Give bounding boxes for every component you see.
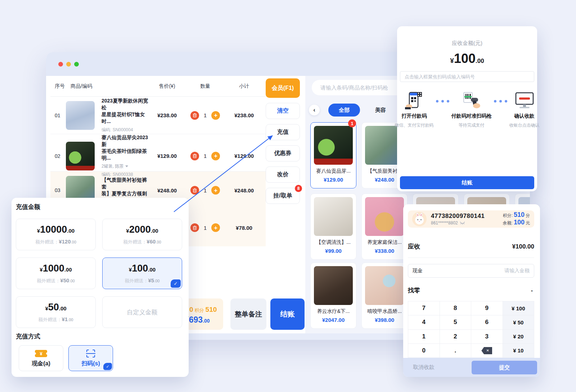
quick-cash-20[interactable]: ¥ 20 — [503, 330, 535, 344]
add-item-button[interactable]: + — [211, 152, 220, 160]
tab-beauty[interactable]: 美容 — [369, 107, 392, 114]
tab-all[interactable]: 全部 — [328, 104, 360, 117]
amount-due-label: 应收金额(元) — [397, 40, 537, 47]
coupon-button[interactable]: 优惠券 — [266, 145, 300, 161]
product-title: 啃咬甲水晶矫... — [365, 308, 404, 315]
delete-item-button[interactable] — [190, 223, 199, 232]
col-index: 序号 — [50, 83, 65, 90]
scan-code-input[interactable] — [400, 71, 534, 82]
recharge-title: 充值金额 — [16, 203, 40, 211]
recharge-option-2000[interactable]: ¥2000.00 额外赠送：¥60.00 — [102, 219, 182, 250]
hold-count-badge: 8 — [295, 185, 302, 192]
payment-steps: 打开付款码 微信、支付宝付款码 付款码对准扫码枪 等待完成支付 — [397, 90, 537, 128]
row-index: 02 — [50, 153, 65, 159]
row-index: 03 — [50, 187, 65, 193]
numpad-key-8[interactable]: 8 — [440, 301, 472, 315]
delete-item-button[interactable] — [190, 111, 199, 120]
step-dots — [436, 100, 449, 102]
method-scan[interactable]: 扫码(s) ✓ — [68, 345, 113, 371]
item-quantity: 1 — [204, 225, 207, 231]
cancel-payment-button[interactable]: 取消收款 — [413, 358, 435, 377]
recharge-option-50[interactable]: ¥50.00 额外赠送：¥1.00 — [16, 296, 96, 328]
product-price: ¥398.00 — [365, 317, 404, 323]
product-card[interactable]: 养宠家庭保洁... ¥338.00 — [361, 193, 408, 260]
step-confirm-receipt: 确认收款 收银台点击确认 — [509, 90, 540, 128]
item-quantity: 1 — [204, 112, 207, 118]
recharge-custom-amount[interactable]: 自定义金额 — [102, 296, 182, 328]
col-qty: 数量 — [184, 83, 227, 90]
product-price: ¥99.00 — [314, 248, 353, 254]
product-price: ¥248.00 — [150, 187, 184, 193]
recharge-panel: 充值金额 ¥10000.00 额外赠送：¥120.00 ¥2000.00 额外赠… — [12, 198, 189, 377]
change-price-button[interactable]: 改价 — [266, 167, 300, 183]
barcode-scanner-icon — [461, 90, 482, 111]
maximize-window-icon[interactable] — [74, 62, 79, 67]
method-cash[interactable]: ¥ 现金(a) — [19, 345, 63, 371]
numpad-key-dot[interactable]: . — [440, 344, 472, 358]
chevron-left-icon[interactable]: ‹ — [309, 105, 320, 115]
minimize-window-icon[interactable] — [66, 62, 71, 67]
product-price: ¥2047.00 — [314, 317, 353, 323]
amount-due-value: ¥100.00 — [397, 51, 537, 66]
col-price: 售价(¥) — [150, 83, 184, 90]
checkout-button[interactable]: 结账 — [270, 298, 305, 330]
table-row[interactable]: 02 赛八仙贡品芽尖2023新茶毛尖茶叶信阳绿茶明... 2罐装, 陈茶 编码:… — [50, 134, 266, 172]
recharge-option-1000[interactable]: ¥1000.00 额外赠送：¥50.00 — [16, 257, 96, 289]
add-item-button[interactable]: + — [211, 186, 220, 195]
numpad-key-2[interactable]: 2 — [440, 330, 472, 344]
pay-checkout-button[interactable]: 结账 — [400, 176, 534, 189]
table-row[interactable]: 01 2023夏季新款休闲宽松星星提花针织T恤女时... 编码: SN00000… — [50, 97, 266, 134]
member-card-number: 477382009780141 — [431, 213, 503, 220]
quick-cash-100[interactable]: ¥ 100 — [503, 301, 535, 315]
cash-amount-input[interactable]: 现金 请输入金额 — [408, 264, 534, 278]
numpad-key-6[interactable]: 6 — [471, 315, 503, 329]
item-subtotal: ¥129.00 — [227, 153, 261, 159]
clear-button[interactable]: 清空 — [266, 103, 300, 119]
product-card[interactable]: 赛八仙贡品芽... ¥129.00 1 — [310, 122, 356, 188]
cart-count-badge: 1 — [348, 119, 356, 127]
product-card[interactable]: 【空调清洗】... ¥99.00 — [310, 193, 356, 260]
product-title: 养云水疗&下... — [314, 308, 353, 315]
step-aim-scanner: 付款码对准扫码枪 等待完成支付 — [451, 90, 492, 128]
product-price: ¥238.00 — [150, 112, 184, 118]
recharge-method-title: 充值方式 — [16, 332, 40, 341]
product-title: 2023夏季新款休闲宽松星星提花针织T恤女时... — [102, 97, 150, 125]
recharge-option-10000[interactable]: ¥10000.00 额外赠送：¥120.00 — [16, 219, 96, 250]
product-card[interactable]: 啃咬甲水晶矫... ¥398.00 — [361, 263, 408, 329]
close-window-icon[interactable] — [58, 62, 63, 67]
add-item-button[interactable]: + — [211, 111, 220, 120]
product-card[interactable]: 养云水疗&下... ¥2047.00 — [310, 263, 356, 329]
due-row: 应收 ¥100.00 — [408, 242, 534, 251]
delete-item-button[interactable] — [190, 152, 199, 160]
member-phone: 861******8802 — [431, 220, 503, 225]
variant-selector[interactable]: 2罐装, 陈茶 — [102, 163, 150, 169]
member-panel-footer: 取消收款 提交 — [403, 358, 540, 377]
backspace-icon: ✕ — [481, 347, 492, 354]
numpad-key-3[interactable]: 3 — [471, 330, 503, 344]
row-index: 01 — [50, 113, 65, 118]
change-row: 找零 - — [408, 286, 533, 295]
recharge-button[interactable]: 充值 — [266, 124, 300, 140]
delete-item-button[interactable] — [190, 186, 199, 195]
category-tabs: ‹ 全部 美容 — [309, 104, 392, 117]
numpad-key-4[interactable]: 4 — [408, 315, 440, 329]
cash-ticket-icon: ¥ — [35, 349, 48, 358]
quick-cash-10[interactable]: ¥ 10 — [503, 344, 535, 358]
numpad-key-5[interactable]: 5 — [440, 315, 472, 329]
hold-order-button[interactable]: 挂/取单 8 — [266, 188, 300, 204]
recharge-option-100-selected[interactable]: ¥100.00 额外赠送：¥5.00 ✓ — [102, 257, 182, 289]
numpad-key-9[interactable]: 9 — [471, 301, 503, 315]
add-item-button[interactable]: + — [211, 223, 220, 232]
quick-cash-50[interactable]: ¥ 50 — [503, 315, 535, 329]
col-subtotal: 小计 — [227, 83, 261, 90]
avatar — [412, 212, 427, 226]
order-note-button[interactable]: 整单备注 — [230, 298, 266, 330]
backspace-key[interactable]: ✕ — [471, 344, 503, 358]
numpad-key-7[interactable]: 7 — [408, 301, 440, 315]
numpad-key-0[interactable]: 0 — [408, 344, 440, 358]
submit-payment-button[interactable]: 提交 — [472, 361, 537, 374]
item-quantity: 1 — [204, 153, 207, 159]
svg-text:¥: ¥ — [40, 351, 42, 356]
numpad-key-1[interactable]: 1 — [408, 330, 440, 344]
member-button[interactable]: 会员(F1) — [266, 78, 300, 98]
